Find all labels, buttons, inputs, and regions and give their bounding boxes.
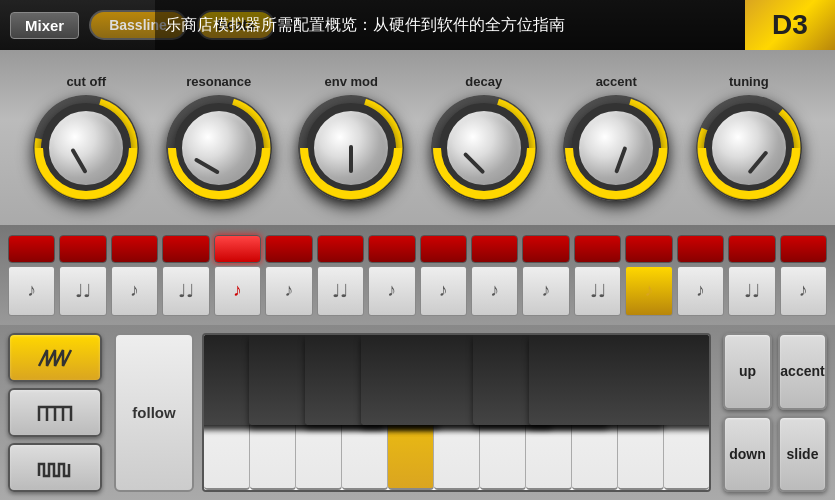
step-led-8[interactable]	[368, 235, 415, 263]
cutoff-knob-outer[interactable]	[33, 95, 139, 201]
step-note-13[interactable]: ♪	[625, 266, 672, 316]
decay-knob-outer[interactable]	[431, 95, 537, 201]
right-controls: up accent down slide	[715, 325, 835, 500]
cutoff-knob[interactable]	[41, 103, 131, 193]
down-button[interactable]: down	[723, 416, 772, 493]
knob-cutoff: cut off	[33, 74, 139, 201]
left-controls	[0, 325, 110, 500]
seq-step-12: ♩♩	[574, 235, 621, 316]
step-led-10[interactable]	[471, 235, 518, 263]
step-note-16[interactable]: ♪	[780, 266, 827, 316]
envmod-knob-outer[interactable]	[298, 95, 404, 201]
knob-resonance: resonance	[166, 74, 272, 201]
step-led-15[interactable]	[728, 235, 775, 263]
step-note-3[interactable]: ♪	[111, 266, 158, 316]
step-led-7[interactable]	[317, 235, 364, 263]
step-led-14[interactable]	[677, 235, 724, 263]
decay-knob[interactable]	[439, 103, 529, 193]
step-led-2[interactable]	[59, 235, 106, 263]
accent-knob[interactable]	[571, 103, 661, 193]
cutoff-label: cut off	[66, 74, 106, 89]
seq-step-4: ♩♩	[162, 235, 209, 316]
seq-step-8: ♪	[368, 235, 415, 316]
seq-step-9: ♪	[420, 235, 467, 316]
resonance-knob-outer[interactable]	[166, 95, 272, 201]
step-note-4[interactable]: ♩♩	[162, 266, 209, 316]
waveform1-button[interactable]	[8, 333, 102, 382]
step-note-11[interactable]: ♪	[522, 266, 569, 316]
step-note-5[interactable]: ♪	[214, 266, 261, 316]
seq-step-15: ♩♩	[728, 235, 775, 316]
mixer-button[interactable]: Mixer	[10, 12, 79, 39]
tuning-knob-outer[interactable]	[696, 95, 802, 201]
step-led-16[interactable]	[780, 235, 827, 263]
resonance-label: resonance	[186, 74, 251, 89]
step-note-7[interactable]: ♩♩	[317, 266, 364, 316]
follow-button[interactable]: follow	[114, 333, 194, 492]
step-led-9[interactable]	[420, 235, 467, 263]
knob-tuning: tuning	[696, 74, 802, 201]
seq-step-11: ♪	[522, 235, 569, 316]
step-note-6[interactable]: ♪	[265, 266, 312, 316]
tuning-knob[interactable]	[704, 103, 794, 193]
square-narrow-icon	[37, 456, 73, 480]
step-note-8[interactable]: ♪	[368, 266, 415, 316]
envmod-knob[interactable]	[306, 103, 396, 193]
step-note-15[interactable]: ♩♩	[728, 266, 775, 316]
bottom-section: follow	[0, 325, 835, 500]
black-key-7[interactable]	[529, 335, 711, 425]
banner-text: 乐商店模拟器所需配置概览：从硬件到软件的全方位指南	[155, 0, 745, 50]
sequencer-section: ♪ ♩♩ ♪ ♩♩ ♪ ♪ ♩♩ ♪ ♪ ♪	[0, 225, 835, 325]
step-led-6[interactable]	[265, 235, 312, 263]
envmod-label: env mod	[325, 74, 378, 89]
decay-indicator	[463, 152, 486, 175]
step-led-1[interactable]	[8, 235, 55, 263]
seq-step-16: ♪	[780, 235, 827, 316]
tuning-label: tuning	[729, 74, 769, 89]
black-keys	[204, 335, 709, 425]
step-led-13[interactable]	[625, 235, 672, 263]
step-led-5[interactable]	[214, 235, 261, 263]
cutoff-indicator	[71, 148, 88, 174]
step-note-9[interactable]: ♪	[420, 266, 467, 316]
step-led-12[interactable]	[574, 235, 621, 263]
square-icon	[37, 401, 73, 425]
resonance-indicator	[194, 157, 220, 174]
step-led-3[interactable]	[111, 235, 158, 263]
knobs-section: cut off resonance env mod	[0, 50, 835, 225]
step-note-14[interactable]: ♪	[677, 266, 724, 316]
knob-decay: decay	[431, 74, 537, 201]
accent-indicator	[614, 146, 627, 174]
up-button[interactable]: up	[723, 333, 772, 410]
slide-button[interactable]: slide	[778, 416, 827, 493]
logo: D3	[745, 0, 835, 50]
knob-envmod: env mod	[298, 74, 404, 201]
seq-step-6: ♪	[265, 235, 312, 316]
waveform3-button[interactable]	[8, 443, 102, 492]
knob-accent: accent	[563, 74, 669, 201]
seq-step-5: ♪	[214, 235, 261, 316]
envmod-indicator	[349, 145, 353, 173]
step-led-4[interactable]	[162, 235, 209, 263]
seq-step-7: ♩♩	[317, 235, 364, 316]
seq-step-1: ♪	[8, 235, 55, 316]
step-led-11[interactable]	[522, 235, 569, 263]
step-note-12[interactable]: ♩♩	[574, 266, 621, 316]
waveform2-button[interactable]	[8, 388, 102, 437]
accent-button[interactable]: accent	[778, 333, 827, 410]
seq-step-14: ♪	[677, 235, 724, 316]
step-note-2[interactable]: ♩♩	[59, 266, 106, 316]
accent-knob-outer[interactable]	[563, 95, 669, 201]
seq-step-3: ♪	[111, 235, 158, 316]
seq-step-10: ♪	[471, 235, 518, 316]
seq-step-2: ♩♩	[59, 235, 106, 316]
step-note-1[interactable]: ♪	[8, 266, 55, 316]
top-bar: Mixer Bassline Beats 乐商店模拟器所需配置概览：从硬件到软件…	[0, 0, 835, 50]
seq-step-13: ♪	[625, 235, 672, 316]
decay-label: decay	[465, 74, 502, 89]
step-note-10[interactable]: ♪	[471, 266, 518, 316]
piano-keyboard[interactable]	[202, 333, 711, 492]
tuning-indicator	[747, 150, 768, 174]
resonance-knob[interactable]	[174, 103, 264, 193]
sawtooth-icon	[37, 346, 73, 370]
